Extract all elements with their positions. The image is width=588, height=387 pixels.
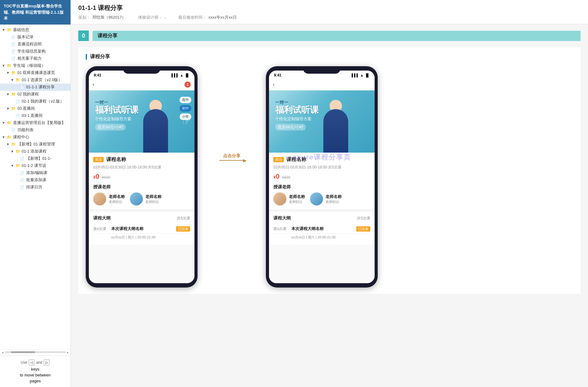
signal-icon: ▌▌▌ xyxy=(171,73,179,77)
course-schedule-left: 03月05日-03月30日·16:00-18:00·共5次课 xyxy=(93,165,190,170)
sidebar-item-new-01-1[interactable]: 📄【新增】01-1- xyxy=(0,155,71,162)
pages-text: pages xyxy=(30,379,41,383)
sidebar-item-course-center[interactable]: ▼📁课程中心 xyxy=(0,134,71,141)
sidebar-horizontal-scrollbar[interactable]: ◂ ▸ xyxy=(0,349,71,355)
grade-mid[interactable]: 初中 xyxy=(180,105,191,112)
person-illustration xyxy=(142,97,170,153)
sidebar-item-student-info[interactable]: 📄学生端信息架构 xyxy=(0,48,71,55)
phone-frame-left: 9:41 ▌▌▌ ▲ ▐▌ ‹ 1 xyxy=(86,66,198,288)
course-name-right: 课程名称 xyxy=(286,156,306,163)
lesson-num-left: 第x次课 xyxy=(93,226,109,232)
tree-label-my-course: 02 我的课程 xyxy=(17,92,39,97)
sidebar-item-stream-flow[interactable]: 📄直播流程说明 xyxy=(0,41,71,48)
sidebar-tree[interactable]: ▼📁基础信息 📄版本记录 📄直播流程说明 📄学生端信息架构 📄相关案子能力▼📁学… xyxy=(0,25,71,349)
banner-text-right: 一对一 福利试听课 个性化定制辅导方案 低至66元/小时 xyxy=(275,100,319,131)
teacher-avatar-2-right xyxy=(310,192,323,205)
planner-value: 邓恺旭（962017） xyxy=(92,15,126,20)
phone-nav-bar-left: ‹ 1 xyxy=(89,79,194,90)
sidebar-item-course-share[interactable]: 📄01-1-1 课程分享 xyxy=(0,84,71,91)
back-arrow-right[interactable]: ‹ xyxy=(273,81,275,88)
status-badge-right: 已结束 xyxy=(356,226,370,232)
sidebar-item-add-edit-course[interactable]: 📄添加/编辑课 xyxy=(0,169,71,177)
tree-label-student-info: 学生端信息架构 xyxy=(17,49,46,54)
teachers-row-right: 老师名称 老师职位 老师名称 老师 xyxy=(273,192,370,205)
meta-planner: 策划： 邓恺旭（962017） xyxy=(78,15,126,20)
teacher-role-1-left: 老师职位 xyxy=(109,200,125,204)
tree-label-batch-add: 批量添加课 xyxy=(26,177,46,183)
outline-title-right: 课程大纲 xyxy=(273,215,291,221)
share-arrow-label: 点击分享 xyxy=(223,153,240,159)
phone-screen-left: 9:41 ▌▌▌ ▲ ▐▌ ‹ 1 xyxy=(89,71,194,283)
sidebar-item-version[interactable]: 📄版本记录 xyxy=(0,34,71,41)
sidebar-item-course-mgmt[interactable]: ▼📁【新增】01 课程管理 xyxy=(0,141,71,148)
wifi-icon-right: ▲ xyxy=(360,73,364,77)
teacher-role-2-right: 老师职位 xyxy=(326,200,342,204)
modified-label: 最后修改时间： xyxy=(178,15,207,20)
sidebar-item-lesson-setup[interactable]: ▼📁01-1-2 课节设 xyxy=(0,162,71,169)
teacher-item-2-left: 老师名称 老师职位 xyxy=(130,192,162,205)
tree-icon-my-course: 📁 xyxy=(11,92,16,96)
teacher-name-1-right: 老师名称 xyxy=(289,194,305,200)
scroll-right-arrow[interactable]: ▸ xyxy=(67,351,69,354)
sidebar-item-batch-add[interactable]: 📄批量添加课 xyxy=(0,177,71,184)
status-badge-left: 已结束 xyxy=(176,226,190,232)
sidebar-item-basics[interactable]: ▼📁基础信息 xyxy=(0,26,71,34)
sidebar-item-student-side[interactable]: ▼📁学生端（移动端） xyxy=(0,62,71,69)
teacher-info-1-left: 老师名称 老师职位 xyxy=(109,194,125,204)
outline-count-left: 共5次课 xyxy=(177,216,190,221)
scroll-left-arrow[interactable]: ◂ xyxy=(2,351,3,354)
content-area[interactable]: 0 课程分享 课程分享 9:41 xyxy=(71,24,588,387)
sidebar-item-add-course-folder[interactable]: ▼📁01-1 添加课程 xyxy=(0,148,71,155)
status-icons-left: ▌▌▌ ▲ ▐▌ xyxy=(171,73,189,77)
tree-icon-func-list: 📄 xyxy=(11,128,16,132)
sidebar-item-dual-teacher[interactable]: ▼📁01 双师直播课选课页 xyxy=(0,69,71,76)
banner-subtitle-right: 个性化定制辅导方案 xyxy=(275,116,319,122)
nav-hint-keys-text: keys xyxy=(31,367,39,371)
planner-label: 策划： xyxy=(78,15,90,20)
grade-high[interactable]: 高中 xyxy=(180,97,191,103)
tree-icon-select-course: 📁 xyxy=(16,78,21,82)
tree-label-schedule: 排课日历 xyxy=(26,185,42,190)
course-tag-right: 英语 xyxy=(273,157,284,162)
sidebar-bottom: Use ◁ and ▷ keys to move between pages xyxy=(0,355,71,387)
tree-icon-new-01-1: 📄 xyxy=(20,157,25,161)
price-current-left: ¥0 xyxy=(93,173,99,181)
wifi-icon: ▲ xyxy=(180,73,184,77)
sidebar-item-schedule[interactable]: 📄排课日历 xyxy=(0,184,71,191)
signal-icon-right: ▌▌▌ xyxy=(352,73,359,77)
nav-hint-and: and xyxy=(36,360,42,365)
expand-icon-live-room: ▼ xyxy=(6,107,11,110)
outline-item-left: 第x次课 本次课程大纲名称 已结束 xyxy=(93,224,190,234)
section-title-bar: 课程分享 xyxy=(93,31,581,41)
sidebar-item-func-list[interactable]: 📄功能列表 xyxy=(0,127,71,134)
tree-label-student-side: 学生端（移动端） xyxy=(13,63,45,68)
price-original-right: ¥699 xyxy=(282,175,290,180)
nav-next-key[interactable]: ▷ xyxy=(43,359,50,366)
scrollbar-track xyxy=(5,351,66,353)
expand-icon-ops-backend: ▼ xyxy=(2,121,6,125)
tree-icon-add-course-folder: 📁 xyxy=(16,149,21,154)
sidebar-item-sub-ability[interactable]: 📄相关案子能力 xyxy=(0,55,71,62)
tree-icon-stream-flow: 📄 xyxy=(11,42,16,46)
phones-container: 9:41 ▌▌▌ ▲ ▐▌ ‹ 1 xyxy=(86,66,573,288)
outline-header-left: 课程大纲 共5次课 xyxy=(93,215,190,221)
sidebar-item-my-course-v2[interactable]: 📄02-1 我的课程（v2.版） xyxy=(0,98,71,105)
sidebar-item-my-course[interactable]: ▼📁02 我的课程 xyxy=(0,91,71,98)
sidebar-item-ops-backend[interactable]: ▼📁直播运营管理后台【复用版】 xyxy=(0,119,71,127)
teacher-role-2-left: 老师职位 xyxy=(145,200,162,204)
course-tag-row-right: 英语 课程名称 xyxy=(273,156,370,163)
tree-icon-schedule: 📄 xyxy=(20,185,25,189)
section-header: 0 课程分享 xyxy=(78,30,581,41)
sidebar-item-live-room-1[interactable]: 📄03-1 直播间 xyxy=(0,112,71,119)
tree-label-select-course: 01-1 选课页（v2.0版） xyxy=(22,77,62,83)
sidebar-item-select-course[interactable]: ▼📁01-1 选课页（v2.0版） xyxy=(0,76,71,84)
outline-section-left: 课程大纲 共5次课 第x次课 本次课程大纲名称 已结束 xx月xx日 | 周六 … xyxy=(89,209,194,245)
yuan-symbol-right: ¥ xyxy=(273,175,276,180)
sidebar-item-live-room[interactable]: ▼📁03 直播间 xyxy=(0,105,71,112)
nav-prev-key[interactable]: ◁ xyxy=(29,359,35,366)
tree-icon-batch-add: 📄 xyxy=(20,178,25,182)
phone-frame-right: 9:41 ▌▌▌ ▲ ▐▌ ‹ xyxy=(266,66,378,288)
banner-small-title-right: 一对一 xyxy=(275,100,319,105)
back-arrow-left[interactable]: ‹ xyxy=(93,81,94,88)
phone-right: 9:41 ▌▌▌ ▲ ▐▌ ‹ xyxy=(266,66,378,288)
